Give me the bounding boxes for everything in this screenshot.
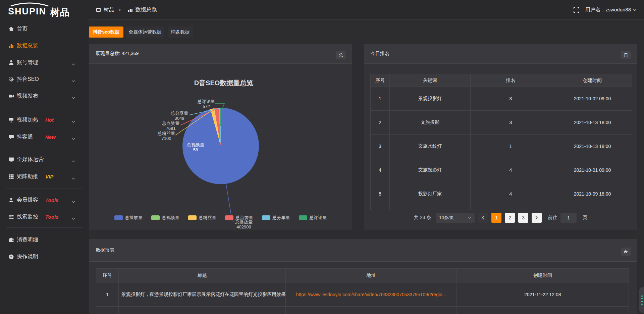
sidebar-item-9[interactable]: 会员爆客 Tools [0, 192, 89, 208]
sidebar-item-label: 操作说明 [17, 253, 38, 260]
legend-swatch [225, 215, 233, 220]
daily-view-button[interactable]: 日 [621, 51, 631, 59]
ranking-panel-header: 今日排名 [364, 44, 637, 64]
sidebar-item-6[interactable]: 抖客通 New [0, 128, 89, 145]
page-button-3[interactable]: 3 [518, 213, 528, 223]
legend-item-1[interactable]: 总视频量 [151, 215, 179, 221]
pagination-total: 共 23 条 [414, 215, 431, 221]
total-view-button[interactable]: 总 [336, 51, 345, 59]
app-window: SHUPIN 树品 首页 数据总览 账号管理 抖音SEO 视频发布 [0, 0, 644, 314]
goto-label: 前往 [548, 215, 557, 221]
sidebar-item-label: 线索监控 [17, 213, 38, 220]
sliders-icon [8, 214, 14, 220]
column-header: 创建时间 [551, 74, 633, 87]
wallet-icon [8, 237, 14, 243]
logo-text-cn: 树品 [50, 6, 70, 19]
sidebar-item-2[interactable]: 账号管理 [0, 54, 89, 71]
legend-item-3[interactable]: 总点赞量 [225, 215, 253, 221]
sidebar-item-badge: Tools [45, 197, 58, 203]
impressions-total-label: 展现量总数: 421,369 [96, 51, 139, 57]
sidebar-item-4[interactable]: 视频发布 [0, 88, 89, 104]
report-title: 数据报表 [96, 247, 114, 253]
chevron-down-icon [72, 78, 75, 84]
home-icon [8, 26, 14, 32]
table-row: 1 景观投影灯，夜游景观投影灯厂家展示展示落花灯在花园里的灯光投影应用效果 # … [96, 282, 629, 307]
report-link[interactable]: https://www.iesdouyin.com/share/video/70… [296, 292, 446, 297]
column-header: 排名 [471, 74, 551, 87]
sidebar-item-1[interactable]: 数据总览 [0, 37, 89, 54]
ranking-table: 序号关键词排名创建时间1景观投影灯32021-10-02 09:002文旅投影3… [370, 74, 632, 210]
table-row: 4文旅投影灯42021-10-01 09:00 [371, 158, 633, 182]
column-header: 创建时间 [457, 269, 629, 282]
report-table: 序号标题地址创建时间 1 景观投影灯，夜游景观投影灯厂家展示展示落花灯在花园里的… [96, 268, 629, 314]
bar-chart-icon [8, 43, 14, 49]
ranking-panel: 今日排名 日 序号关键词排名创建时间1景观投影灯32021-10-02 09:0… [364, 44, 637, 230]
chart-panel: 展现量总数: 421,369 总 D音SEO数据量总览 总评论量572 总分享量… [89, 44, 352, 230]
table-row: 3文旅水纹灯12021-10-13 18:00 [371, 135, 633, 158]
legend-item-0[interactable]: 总播放量 [114, 215, 143, 221]
table-row: 1景观投影灯32021-10-02 09:00 [371, 87, 633, 111]
table-view-button[interactable]: 表 [621, 248, 631, 256]
sidebar-item-label: 数据总览 [17, 42, 38, 49]
contact-float-widget[interactable] [639, 287, 644, 313]
sidebar-item-10[interactable]: 线索监控 Tools [0, 208, 89, 225]
page-button-2[interactable]: 2 [505, 213, 515, 223]
column-header: 地址 [286, 269, 457, 282]
table-row-clipped [96, 307, 629, 314]
pie-chart: D音SEO数据量总览 总评论量572 总分享量3049 总点赞量7681 总粉丝… [89, 64, 352, 230]
goto-page-input[interactable] [560, 213, 577, 223]
sidebar-item-8[interactable]: 矩阵助推 VIP [0, 168, 89, 185]
legend-label: 总分享量 [273, 215, 290, 221]
grid-icon [8, 174, 14, 179]
topbar-right: 用户名：zswodun88 [574, 0, 637, 19]
tab-1[interactable]: 全媒体运营数据 [126, 27, 164, 38]
page-button-1[interactable]: 1 [491, 213, 501, 223]
tab-2[interactable]: 询盘数据 [168, 27, 193, 38]
legend-label: 总评论量 [310, 215, 327, 221]
column-header: 序号 [96, 269, 119, 282]
sidebar-item-5[interactable]: 视频加热 Hot [0, 111, 89, 128]
breadcrumb-root[interactable]: 树品 [104, 6, 114, 13]
breadcrumb-current: 数据总览 [136, 6, 157, 13]
sidebar-item-0[interactable]: 首页 [0, 20, 89, 37]
sidebar-item-label: 视频加热 [17, 116, 38, 123]
prev-page-button[interactable] [478, 213, 488, 223]
report-url-cell: https://www.iesdouyin.com/share/video/70… [286, 282, 457, 307]
member-icon [8, 197, 14, 203]
legend-label: 总粉丝量 [199, 215, 216, 221]
sidebar-item-badge: VIP [45, 174, 53, 179]
next-page-button[interactable] [532, 213, 542, 223]
chart-panel-header: 展现量总数: 421,369 [89, 44, 352, 64]
sidebar-divider [6, 107, 83, 107]
fullscreen-icon[interactable] [574, 7, 579, 13]
pie-label-plays: 总播放量402909 [235, 219, 253, 229]
page-size-select[interactable]: 10条/页 [436, 213, 475, 223]
legend-item-2[interactable]: 总粉丝量 [188, 215, 216, 221]
sidebar-item-label: 首页 [17, 25, 28, 33]
legend-label: 总点赞量 [236, 215, 253, 221]
sidebar-item-3[interactable]: 抖音SEO [0, 71, 89, 88]
chevron-down-icon [72, 95, 75, 101]
app-logo: SHUPIN 树品 [7, 2, 81, 18]
goto-suffix: 页 [583, 215, 587, 221]
table-header-row: 序号关键词排名创建时间 [371, 74, 633, 87]
legend-item-4[interactable]: 总分享量 [262, 215, 290, 221]
legend-swatch [188, 215, 197, 220]
tab-0[interactable]: 抖音seo数据 [89, 27, 123, 38]
legend-item-5[interactable]: 总评论量 [299, 215, 327, 221]
user-menu[interactable]: 用户名：zswodun88 [585, 7, 637, 13]
mini-bar-chart-icon [128, 7, 133, 12]
chevron-down-icon [72, 61, 75, 67]
ranking-title: 今日排名 [371, 51, 389, 57]
sidebar-item-12[interactable]: ? 操作说明 [0, 248, 89, 265]
pie-label-fans: 总粉丝量7100 [158, 131, 175, 141]
sidebar-item-7[interactable]: 全媒体运营 [0, 151, 89, 168]
chevron-down-icon [72, 215, 75, 221]
sidebar-item-label: 矩阵助推 [17, 173, 38, 180]
sidebar: SHUPIN 树品 首页 数据总览 账号管理 抖音SEO 视频发布 [0, 0, 89, 314]
user-icon [8, 60, 14, 65]
table-header-row: 序号标题地址创建时间 [96, 269, 629, 282]
sidebar-item-11[interactable]: 消费明细 [0, 231, 89, 248]
table-row: 2文旅投影32021-10-13 18:00 [371, 111, 633, 135]
sidebar-item-label: 账号管理 [17, 59, 38, 66]
